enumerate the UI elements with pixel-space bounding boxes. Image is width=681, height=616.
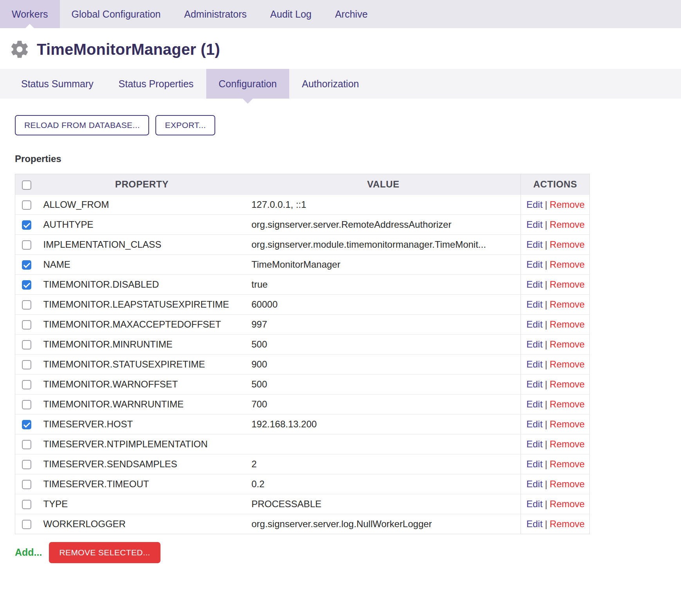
row-checkbox-cell [15,314,38,334]
tab-status-summary[interactable]: Status Summary [9,69,106,99]
edit-link[interactable]: Edit [526,439,542,449]
reload-from-database-button[interactable]: RELOAD FROM DATABASE... [15,115,149,135]
remove-link[interactable]: Remove [550,519,585,529]
action-separator: | [545,439,547,449]
property-value-cell: 60000 [246,294,521,314]
row-checkbox[interactable] [22,460,31,469]
nav-item-administrators[interactable]: Administrators [173,0,259,28]
property-name-cell: TIMEMONITOR.WARNOFFSET [38,374,246,394]
remove-link[interactable]: Remove [550,219,585,230]
row-checkbox[interactable] [22,340,31,349]
property-column-header: PROPERTY [38,174,246,195]
edit-link[interactable]: Edit [526,519,542,529]
property-name-cell: TIMESERVER.TIMEOUT [38,474,246,494]
row-checkbox-cell [15,434,38,454]
edit-link[interactable]: Edit [526,479,542,489]
row-checkbox[interactable] [22,360,31,369]
edit-link[interactable]: Edit [526,279,542,290]
row-checkbox-cell [15,334,38,354]
edit-link[interactable]: Edit [526,419,542,429]
nav-item-audit-log[interactable]: Audit Log [258,0,323,28]
property-name-cell: ALLOW_FROM [38,195,246,215]
tab-status-properties[interactable]: Status Properties [106,69,206,99]
tab-configuration[interactable]: Configuration [206,69,290,99]
edit-link[interactable]: Edit [526,359,542,369]
action-separator: | [545,219,547,230]
row-checkbox[interactable] [22,280,31,290]
row-checkbox[interactable] [22,400,31,409]
remove-link[interactable]: Remove [550,259,585,270]
row-actions-cell: Edit|Remove [521,334,590,354]
property-value: 2 [252,459,257,469]
property-value-cell: org.signserver.server.log.NullWorkerLogg… [246,514,521,534]
edit-link[interactable]: Edit [526,319,542,330]
row-checkbox[interactable] [22,380,31,389]
tab-authorization[interactable]: Authorization [289,69,371,99]
property-value: TimeMonitorManager [252,259,340,270]
row-checkbox[interactable] [22,260,31,270]
remove-link[interactable]: Remove [550,199,585,210]
edit-link[interactable]: Edit [526,379,542,389]
edit-link[interactable]: Edit [526,499,542,509]
remove-link[interactable]: Remove [550,239,585,250]
property-value-cell: org.signserver.module.timemonitormanager… [246,234,521,254]
nav-item-global-configuration[interactable]: Global Configuration [60,0,173,28]
row-checkbox[interactable] [22,500,31,509]
property-name: ALLOW_FROM [43,199,109,210]
row-checkbox[interactable] [22,440,31,449]
row-checkbox[interactable] [22,220,31,230]
row-actions-cell: Edit|Remove [521,394,590,414]
edit-link[interactable]: Edit [526,239,542,250]
remove-link[interactable]: Remove [550,479,585,489]
remove-link[interactable]: Remove [550,339,585,349]
add-link[interactable]: Add... [15,547,42,558]
property-name-cell: WORKERLOGGER [38,514,246,534]
property-name: AUTHTYPE [43,219,94,230]
export-button[interactable]: EXPORT... [155,115,215,135]
gear-icon [9,38,31,60]
select-all-checkbox[interactable] [22,180,31,190]
row-checkbox[interactable] [22,320,31,330]
row-checkbox[interactable] [22,520,31,529]
remove-link[interactable]: Remove [550,279,585,290]
property-value: 60000 [252,299,278,310]
remove-link[interactable]: Remove [550,499,585,509]
remove-link[interactable]: Remove [550,459,585,469]
row-checkbox[interactable] [22,240,31,250]
row-checkbox[interactable] [22,420,31,429]
remove-link[interactable]: Remove [550,299,585,310]
edit-link[interactable]: Edit [526,259,542,270]
property-name-cell: TIMEMONITOR.DISABLED [38,274,246,294]
edit-link[interactable]: Edit [526,459,542,469]
remove-selected-button[interactable]: REMOVE SELECTED... [49,542,160,563]
nav-item-workers[interactable]: Workers [0,0,60,28]
remove-link[interactable]: Remove [550,419,585,429]
edit-link[interactable]: Edit [526,339,542,349]
property-value-cell: true [246,274,521,294]
remove-link[interactable]: Remove [550,359,585,369]
property-name: NAME [43,259,70,270]
remove-link[interactable]: Remove [550,319,585,330]
property-value-cell: 997 [246,314,521,334]
edit-link[interactable]: Edit [526,219,542,230]
property-value-cell: org.signserver.server.RemoteAddressAutho… [246,214,521,234]
row-checkbox-cell [15,294,38,314]
row-actions-cell: Edit|Remove [521,514,590,534]
remove-link[interactable]: Remove [550,399,585,409]
edit-link[interactable]: Edit [526,399,542,409]
table-header-row: PROPERTY VALUE ACTIONS [15,174,590,195]
edit-link[interactable]: Edit [526,299,542,310]
row-checkbox[interactable] [22,200,31,210]
row-actions-cell: Edit|Remove [521,294,590,314]
row-checkbox[interactable] [22,300,31,310]
property-name: TIMEMONITOR.WARNOFFSET [43,379,178,389]
property-name: TIMESERVER.HOST [43,419,133,429]
remove-link[interactable]: Remove [550,439,585,449]
remove-link[interactable]: Remove [550,379,585,389]
nav-item-archive[interactable]: Archive [323,0,379,28]
table-row: TIMEMONITOR.STATUSEXPIRETIME 900 Edit|Re… [15,354,590,374]
row-checkbox[interactable] [22,480,31,489]
property-value: org.signserver.server.RemoteAddressAutho… [252,219,452,230]
property-value: 192.168.13.200 [252,419,317,429]
edit-link[interactable]: Edit [526,199,542,210]
